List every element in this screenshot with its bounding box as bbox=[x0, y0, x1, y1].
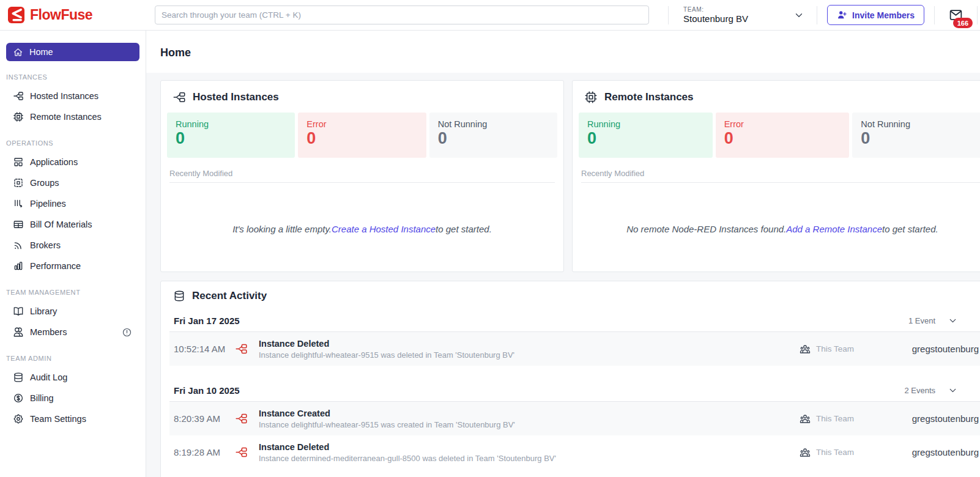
empty-state-text: It's looking a little empty. bbox=[232, 224, 332, 234]
recent-activity-title: Recent Activity bbox=[192, 290, 267, 302]
activity-event-row: 8:20:39 AM Instance Created Instance del… bbox=[169, 402, 980, 435]
stat-error[interactable]: Error 0 bbox=[298, 113, 426, 158]
sidebar-item-label: Groups bbox=[30, 178, 59, 188]
brand-logo[interactable]: FlowFuse bbox=[0, 7, 146, 23]
sidebar-item-label: Pipelines bbox=[30, 199, 66, 209]
activity-group: Fri Jan 17 2025 1 Event 10:52:14 AM Inst… bbox=[169, 312, 980, 366]
activity-group-count: 1 Event bbox=[908, 316, 935, 325]
stat-label: Not Running bbox=[861, 119, 978, 129]
empty-state-text: No remote Node-RED Instances found. bbox=[626, 224, 786, 234]
stat-error[interactable]: Error 0 bbox=[716, 113, 850, 158]
collection-icon bbox=[13, 157, 24, 168]
notifications-button[interactable]: 166 bbox=[948, 7, 963, 23]
create-hosted-instance-link[interactable]: Create a Hosted Instance bbox=[332, 224, 436, 234]
sidebar-item-groups[interactable]: Groups bbox=[0, 172, 146, 193]
stat-not-running[interactable]: Not Running 0 bbox=[429, 113, 557, 158]
invite-members-button[interactable]: Invite Members bbox=[827, 5, 924, 25]
main-content: Home Hosted Instances Running 0 Er bbox=[146, 31, 980, 477]
user-group-icon bbox=[800, 447, 811, 458]
event-time: 8:19:28 AM bbox=[174, 447, 232, 457]
user-group-icon bbox=[800, 413, 811, 424]
database-icon bbox=[173, 290, 185, 302]
currency-dollar-icon bbox=[13, 393, 24, 404]
sidebar-item-label: Brokers bbox=[30, 240, 61, 250]
empty-state-text: to get started. bbox=[882, 224, 938, 234]
sidebar-item-label: Home bbox=[29, 47, 53, 57]
users-icon bbox=[13, 327, 24, 338]
stat-value: 0 bbox=[861, 129, 978, 148]
chevron-down-icon[interactable] bbox=[948, 316, 958, 326]
event-time: 8:20:39 AM bbox=[174, 413, 232, 424]
empty-state: No remote Node-RED Instances found. Add … bbox=[579, 183, 980, 275]
stat-value: 0 bbox=[176, 129, 286, 148]
stat-running[interactable]: Running 0 bbox=[579, 113, 713, 158]
sidebar-item-billing[interactable]: Billing bbox=[0, 388, 146, 409]
sidebar-item-hosted-instances[interactable]: Hosted Instances bbox=[0, 86, 146, 106]
chip-icon bbox=[13, 111, 24, 122]
cog-icon bbox=[13, 413, 24, 424]
search-input[interactable] bbox=[155, 6, 649, 24]
stat-label: Error bbox=[306, 119, 417, 129]
chevron-down-icon[interactable] bbox=[948, 385, 958, 396]
table-icon bbox=[13, 219, 24, 230]
page-title: Home bbox=[160, 46, 980, 59]
stat-label: Not Running bbox=[438, 119, 549, 129]
sidebar-item-pipelines[interactable]: Pipelines bbox=[0, 193, 146, 214]
sidebar-item-label: Audit Log bbox=[30, 372, 67, 382]
header-divider bbox=[977, 6, 978, 24]
stat-label: Error bbox=[724, 119, 841, 129]
stat-running[interactable]: Running 0 bbox=[167, 113, 295, 158]
event-user: gregstoutenburg bbox=[882, 447, 979, 457]
stat-not-running[interactable]: Not Running 0 bbox=[852, 113, 980, 158]
sidebar-item-members[interactable]: Members bbox=[0, 322, 146, 342]
sidebar-item-brokers[interactable]: Brokers bbox=[0, 235, 146, 256]
sidebar-section-team-management: TEAM MANAGEMENT bbox=[6, 289, 146, 296]
stat-value: 0 bbox=[306, 129, 417, 148]
projects-icon bbox=[13, 91, 24, 102]
sidebar-item-label: Billing bbox=[30, 393, 54, 403]
sidebar-section-instances: INSTANCES bbox=[6, 73, 146, 81]
hosted-instances-card: Hosted Instances Running 0 Error 0 Not R… bbox=[160, 80, 564, 272]
sidebar-item-label: Remote Instances bbox=[30, 112, 102, 122]
home-icon bbox=[13, 47, 23, 57]
sidebar-item-label: Team Settings bbox=[30, 414, 86, 424]
sidebar-item-label: Library bbox=[30, 306, 57, 316]
chevron-down-icon[interactable] bbox=[793, 10, 804, 21]
remote-instances-card: Remote Instances Running 0 Error 0 Not R… bbox=[572, 80, 980, 272]
sidebar: Home INSTANCES Hosted Instances Remote I… bbox=[0, 31, 146, 477]
event-title: Instance Deleted bbox=[259, 442, 800, 452]
sidebar-item-team-settings[interactable]: Team Settings bbox=[0, 409, 146, 429]
event-time: 10:52:14 AM bbox=[174, 344, 232, 354]
book-open-icon bbox=[13, 306, 24, 317]
sidebar-item-label: Hosted Instances bbox=[30, 91, 98, 101]
sidebar-item-remote-instances[interactable]: Remote Instances bbox=[0, 106, 146, 127]
event-description: Instance determined-mediterranean-gull-8… bbox=[259, 454, 800, 463]
event-title: Instance Deleted bbox=[259, 339, 800, 349]
event-scope: This Team bbox=[816, 344, 854, 353]
object-group-icon bbox=[13, 177, 24, 188]
event-scope: This Team bbox=[816, 448, 854, 457]
header-divider bbox=[934, 6, 935, 24]
top-header: FlowFuse TEAM: Stoutenburg BV Invite Mem… bbox=[0, 0, 980, 31]
sidebar-item-label: Performance bbox=[30, 261, 81, 271]
card-title: Hosted Instances bbox=[193, 91, 279, 103]
projects-icon bbox=[235, 446, 248, 459]
add-remote-instance-link[interactable]: Add a Remote Instance bbox=[786, 224, 882, 234]
sidebar-item-label: Members bbox=[30, 327, 67, 337]
activity-group-date: Fri Jan 17 2025 bbox=[174, 316, 240, 326]
sidebar-item-home[interactable]: Home bbox=[6, 43, 139, 61]
header-divider bbox=[668, 6, 669, 24]
team-selector[interactable]: TEAM: Stoutenburg BV bbox=[683, 6, 804, 24]
event-user: gregstoutenburg bbox=[882, 413, 979, 424]
sidebar-item-bill-of-materials[interactable]: Bill Of Materials bbox=[0, 214, 146, 235]
card-title: Remote Instances bbox=[604, 91, 694, 103]
rss-icon bbox=[13, 240, 24, 251]
sidebar-item-library[interactable]: Library bbox=[0, 301, 146, 322]
event-title: Instance Created bbox=[259, 409, 800, 418]
projects-icon bbox=[235, 342, 248, 355]
sidebar-item-label: Applications bbox=[30, 157, 78, 167]
sidebar-item-performance[interactable]: Performance bbox=[0, 256, 146, 276]
sidebar-item-audit-log[interactable]: Audit Log bbox=[0, 367, 146, 388]
brand-name: FlowFuse bbox=[30, 7, 92, 23]
sidebar-item-applications[interactable]: Applications bbox=[0, 152, 146, 172]
